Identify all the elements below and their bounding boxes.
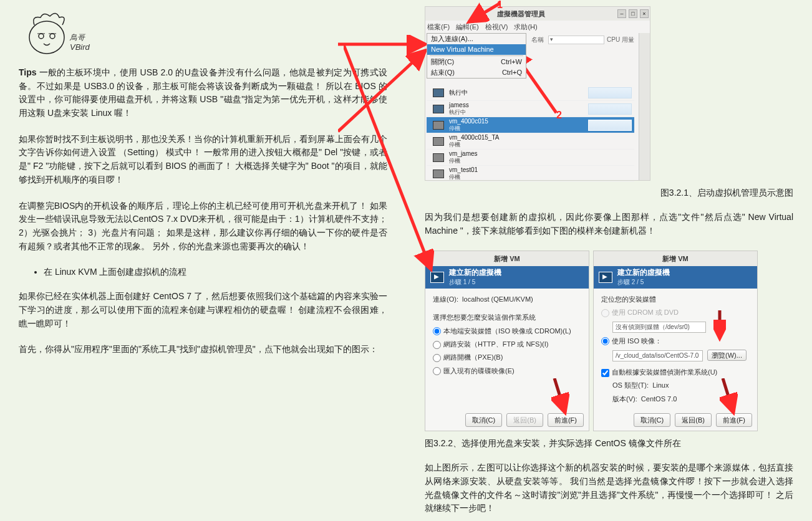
menu-help[interactable]: 求助(H) (514, 22, 537, 32)
prompt: 定位您的安裝媒體 (601, 295, 750, 304)
vbird-logo: 鳥哥 VBird (19, 6, 94, 59)
window-title: 虛擬機器管理員 (425, 9, 616, 19)
svg-point-0 (29, 21, 64, 54)
menu-quit[interactable]: 結束(Q)Ctrl+Q (427, 67, 526, 78)
paragraph-after-321: 因为我们是想要创建新的虚拟机，因此你要像上图那样，点选"文件"然后点选" New… (425, 211, 793, 237)
cpu-usage-selector[interactable]: ▾ (548, 36, 604, 44)
svg-line-7 (469, 3, 500, 22)
browse-button[interactable]: 瀏覽(W)... (707, 350, 747, 361)
paragraph-2: 如果你暂时找不到主板说明书，那也没关系！当你的计算机重新开机后，看到屏幕上面会有… (19, 133, 387, 187)
file-dropdown: 加入連線(A)... New Virtual Machine 關閉(C)Ctrl… (427, 33, 526, 79)
caption-321: 图3.2.1、启动虚拟机管理员示意图 (425, 186, 793, 199)
scrollbar[interactable] (639, 33, 650, 180)
paragraph-3: 在调整完BIOS内的开机设备的顺序后，理论上你的主机已经可使用可开机光盘来开机了… (19, 199, 387, 254)
red-arrow-icon (344, 45, 437, 275)
vm-row[interactable]: vm_test01停機 (427, 166, 634, 182)
prompt: 選擇您想要怎麼安裝這個作業系統 (433, 313, 581, 322)
cd-combo: 沒有偵測到媒體（/dev/sr0) (612, 322, 706, 333)
dialog-step2: 新增 VM 建立新的虛擬機步驟 2 / 5 定位您的安裝媒體 使用 CDROM … (593, 251, 758, 431)
menu-close[interactable]: 關閉(C)Ctrl+W (427, 57, 526, 67)
ostype-value: Linux (652, 381, 669, 389)
opt-import[interactable]: 匯入現有的碟碟映像(E) (433, 367, 515, 375)
svg-line-9 (344, 45, 431, 269)
figure-322: 新增 VM 建立新的虛擬機步驟 1 / 5 連線(O): localhost (… (425, 251, 793, 431)
svg-point-2 (50, 34, 55, 39)
opt-net[interactable]: 網路安裝（HTTP、FTP 或 NFS)(I) (433, 340, 548, 348)
annotation-1: 1 (497, 0, 503, 11)
opt-local[interactable]: 本地端安裝媒體（ISO 映像或 CDROM)(L) (433, 327, 571, 335)
paragraph-4: 如果你已经在实体机器上面创建好 CentOS 7 了，然后想要依照我们这个基础篇… (19, 290, 387, 330)
svg-text:鳥哥: 鳥哥 (69, 33, 86, 42)
tips-paragraph: Tips 一般的主板环境中，使用 USB 2.0 的U盘设备并没有什么问题，他就… (19, 66, 387, 120)
menu-add-connection[interactable]: 加入連線(A)... (427, 34, 526, 44)
version-value: CentOS 7.0 (641, 395, 677, 403)
dialog-step1: 新增 VM 建立新的虛擬機步驟 1 / 5 連線(O): localhost (… (425, 251, 589, 431)
paragraph-after-322: 如上图所示，左图可以让你选择这个新的机器安装的时候，要安装的是哪个来源媒体，包括… (425, 461, 793, 515)
annotation-2: 2 (556, 110, 562, 121)
close-icon[interactable]: × (640, 9, 649, 18)
svg-point-1 (39, 34, 44, 39)
dialog-title: 新增 VM (594, 251, 757, 266)
red-arrow-icon (551, 378, 570, 416)
auto-detect-check[interactable]: 自動根據安裝媒體偵測作業系統(U) (601, 368, 717, 376)
vm-row[interactable]: vm_4000c015_TA停機 (427, 133, 634, 150)
maximize-icon[interactable]: □ (629, 9, 637, 18)
opt-iso[interactable]: 使用 ISO 映像： (601, 337, 662, 345)
back-button: 返回(B) (506, 413, 543, 427)
caption-322: 图3.2.2、选择使用光盘来安装，并实际选择 CentOS 镜像文件所在 (425, 436, 793, 450)
conn-value: localhost (QEMU/KVM) (462, 295, 533, 303)
iso-path-combo[interactable]: /v_cloud_data/iso/CentOS-7.0 (612, 350, 703, 361)
opt-pxe[interactable]: 網路開機（PXE)(B) (433, 353, 503, 361)
paragraph-5: 首先，你得从"应用程序"里面的"系统工具"找到"虚拟机管理员"，点下他就会出现如… (19, 343, 387, 356)
cancel-button[interactable]: 取消(C) (465, 413, 502, 427)
col-cpu: CPU 用量 (607, 36, 634, 44)
vm-icon (599, 272, 612, 283)
opt-cdrom[interactable]: 使用 CDROM 或 DVD (601, 308, 679, 316)
menu-new-vm[interactable]: New Virtual Machine (427, 44, 526, 55)
figure-vmm-window: 虛擬機器管理員 – □ × 檔案(F) 編輯(E) 檢視(V) 求助(H) 加入… (425, 6, 650, 181)
conn-label: 連線(O): (433, 295, 458, 303)
menubar: 檔案(F) 編輯(E) 檢視(V) 求助(H) (425, 21, 650, 33)
red-arrow-icon (713, 310, 726, 342)
svg-line-10 (554, 378, 565, 413)
bullet-kvm: 在 Linux KVM 上面创建虚拟机的流程 (44, 265, 387, 279)
minimize-icon[interactable]: – (617, 9, 626, 18)
cancel-button[interactable]: 取消(C) (634, 413, 670, 427)
red-arrow-icon (720, 378, 738, 416)
svg-text:VBird: VBird (70, 42, 90, 52)
dialog-title: 新增 VM (425, 251, 589, 266)
col-name: 名稱 (528, 36, 548, 44)
back-button[interactable]: 返回(B) (675, 413, 712, 427)
svg-line-12 (723, 378, 733, 413)
vm-row[interactable]: vm_james停機 (427, 150, 634, 166)
